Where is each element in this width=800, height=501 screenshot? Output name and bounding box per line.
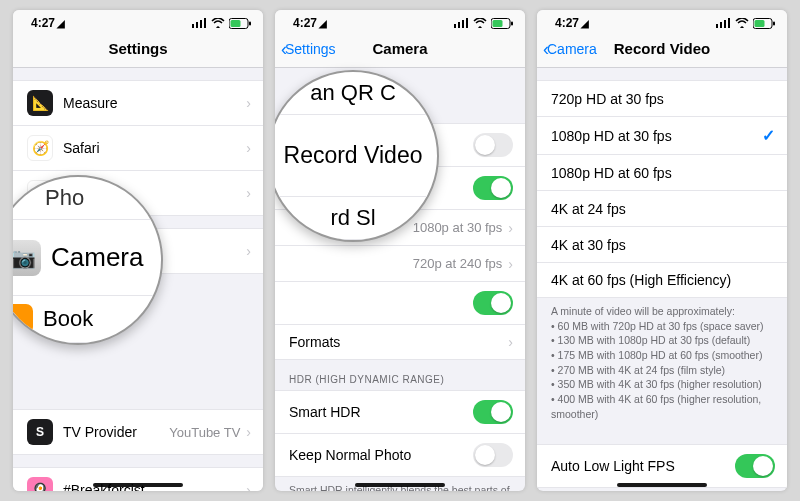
section-footer: A minute of video will be approximately:… bbox=[537, 298, 787, 432]
home-indicator bbox=[93, 483, 183, 487]
page-title: Record Video bbox=[614, 40, 710, 57]
approx-line: 130 MB with 1080p HD at 30 fps (default) bbox=[551, 333, 773, 348]
option-label: 720p HD at 30 fps bbox=[551, 91, 775, 107]
record-video-screen: 4:27◢ ‹Camera Record Video 720p HD at 30… bbox=[537, 10, 787, 491]
tv-provider-icon: S bbox=[27, 419, 53, 445]
nav-bar: ‹Settings Camera bbox=[275, 32, 525, 68]
svg-rect-14 bbox=[716, 24, 718, 28]
approx-line: 60 MB with 720p HD at 30 fps (space save… bbox=[551, 319, 773, 334]
svg-rect-3 bbox=[204, 18, 206, 28]
settings-row-measure[interactable]: 📐 Measure › bbox=[13, 80, 263, 125]
checkmark-icon: ✓ bbox=[762, 126, 775, 145]
chevron-right-icon: › bbox=[508, 220, 513, 236]
video-resolution-option[interactable]: 1080p HD at 30 fps✓ bbox=[537, 116, 787, 154]
svg-rect-2 bbox=[200, 20, 202, 28]
svg-rect-8 bbox=[458, 22, 460, 28]
option-label: 1080p HD at 60 fps bbox=[551, 165, 775, 181]
cellular-icon bbox=[454, 18, 469, 28]
svg-rect-6 bbox=[249, 21, 251, 25]
toggle-switch[interactable] bbox=[735, 454, 775, 478]
camera-icon: 📷 bbox=[13, 240, 41, 276]
approx-line: 270 MB with 4K at 24 fps (film style) bbox=[551, 363, 773, 378]
svg-rect-16 bbox=[724, 20, 726, 28]
row-smart-hdr[interactable]: Smart HDR bbox=[275, 390, 525, 433]
row-formats[interactable]: Formats › bbox=[275, 324, 525, 360]
video-resolution-option[interactable]: 1080p HD at 60 fps bbox=[537, 154, 787, 190]
safari-icon: 🧭 bbox=[27, 135, 53, 161]
cellular-icon bbox=[192, 18, 207, 28]
row-keep-normal-photo[interactable]: Keep Normal Photo bbox=[275, 433, 525, 477]
back-button[interactable]: ‹Settings bbox=[281, 40, 336, 58]
nav-bar: Settings bbox=[13, 32, 263, 68]
row-record-slomo[interactable]: . 720p at 240 fps › bbox=[275, 245, 525, 281]
chevron-right-icon: › bbox=[246, 243, 251, 259]
battery-icon bbox=[753, 18, 775, 29]
video-resolution-option[interactable]: 4K at 60 fps (High Efficiency) bbox=[537, 262, 787, 298]
home-indicator bbox=[617, 483, 707, 487]
location-arrow-icon: ◢ bbox=[581, 18, 589, 29]
svg-rect-15 bbox=[720, 22, 722, 28]
option-label: 4K at 60 fps (High Efficiency) bbox=[551, 272, 775, 288]
wifi-icon bbox=[473, 18, 487, 28]
app-icon: 🍳 bbox=[27, 477, 53, 491]
location-arrow-icon: ◢ bbox=[319, 18, 327, 29]
option-label: 4K at 24 fps bbox=[551, 201, 775, 217]
video-resolution-option[interactable]: 720p HD at 30 fps bbox=[537, 80, 787, 116]
cellular-icon bbox=[716, 18, 731, 28]
status-bar: 4:27◢ bbox=[13, 10, 263, 32]
battery-icon bbox=[491, 18, 513, 29]
svg-rect-7 bbox=[454, 24, 456, 28]
wifi-icon bbox=[735, 18, 749, 28]
location-arrow-icon: ◢ bbox=[57, 18, 65, 29]
page-title: Camera bbox=[372, 40, 427, 57]
svg-rect-5 bbox=[231, 20, 241, 27]
svg-rect-10 bbox=[466, 18, 468, 28]
chevron-right-icon: › bbox=[246, 482, 251, 491]
svg-rect-12 bbox=[493, 20, 503, 27]
camera-settings-screen: 4:27◢ ‹Settings Camera Record Video 1080… bbox=[275, 10, 525, 491]
magnifier-overlay: an QR C Record Video rd Sl bbox=[275, 70, 439, 242]
svg-rect-19 bbox=[755, 20, 765, 27]
approx-line: 400 MB with 4K at 60 fps (higher resolut… bbox=[551, 392, 773, 421]
svg-rect-1 bbox=[196, 22, 198, 28]
row-auto-low-light-fps[interactable]: Auto Low Light FPS bbox=[537, 444, 787, 488]
chevron-right-icon: › bbox=[508, 334, 513, 350]
battery-icon bbox=[229, 18, 251, 29]
approx-line: 350 MB with 4K at 30 fps (higher resolut… bbox=[551, 377, 773, 392]
svg-rect-13 bbox=[511, 21, 513, 25]
row-stereo-toggle-hidden[interactable] bbox=[275, 281, 525, 324]
toggle-switch[interactable] bbox=[473, 176, 513, 200]
svg-rect-0 bbox=[192, 24, 194, 28]
toggle-switch[interactable] bbox=[473, 133, 513, 157]
settings-row-camera[interactable]: 📷 Camera bbox=[13, 220, 161, 296]
settings-row-tv-provider[interactable]: S TV Provider YouTube TV › bbox=[13, 409, 263, 455]
chevron-right-icon: › bbox=[246, 140, 251, 156]
chevron-right-icon: › bbox=[246, 95, 251, 111]
measure-icon: 📐 bbox=[27, 90, 53, 116]
toggle-switch[interactable] bbox=[473, 443, 513, 467]
chevron-right-icon: › bbox=[508, 256, 513, 272]
row-record-video-magnified[interactable]: Record Video bbox=[275, 115, 437, 197]
status-bar: 4:27◢ bbox=[537, 10, 787, 32]
settings-row-safari[interactable]: 🧭 Safari › bbox=[13, 125, 263, 170]
chevron-right-icon: › bbox=[246, 185, 251, 201]
video-resolution-option[interactable]: 4K at 24 fps bbox=[537, 190, 787, 226]
approx-line: 175 MB with 1080p HD at 60 fps (smoother… bbox=[551, 348, 773, 363]
page-title: Settings bbox=[108, 40, 167, 57]
video-resolution-option[interactable]: 4K at 30 fps bbox=[537, 226, 787, 262]
settings-row-breakforcist[interactable]: 🍳 #Breakforcist › bbox=[13, 467, 263, 491]
settings-screen: 4:27◢ Settings 📐 Measure › 🧭 Safari › N … bbox=[13, 10, 263, 491]
svg-rect-9 bbox=[462, 20, 464, 28]
section-footer: Automatically reduce the frame rate from… bbox=[537, 488, 787, 492]
back-button[interactable]: ‹Camera bbox=[543, 40, 597, 58]
chevron-right-icon: › bbox=[246, 424, 251, 440]
option-label: 1080p HD at 30 fps bbox=[551, 128, 762, 144]
nav-bar: ‹Camera Record Video bbox=[537, 32, 787, 68]
status-bar: 4:27◢ bbox=[275, 10, 525, 32]
toggle-switch[interactable] bbox=[473, 400, 513, 424]
section-header: HDR (HIGH DYNAMIC RANGE) bbox=[275, 360, 525, 390]
option-label: 4K at 30 fps bbox=[551, 237, 775, 253]
svg-rect-20 bbox=[773, 21, 775, 25]
toggle-switch[interactable] bbox=[473, 291, 513, 315]
svg-rect-17 bbox=[728, 18, 730, 28]
